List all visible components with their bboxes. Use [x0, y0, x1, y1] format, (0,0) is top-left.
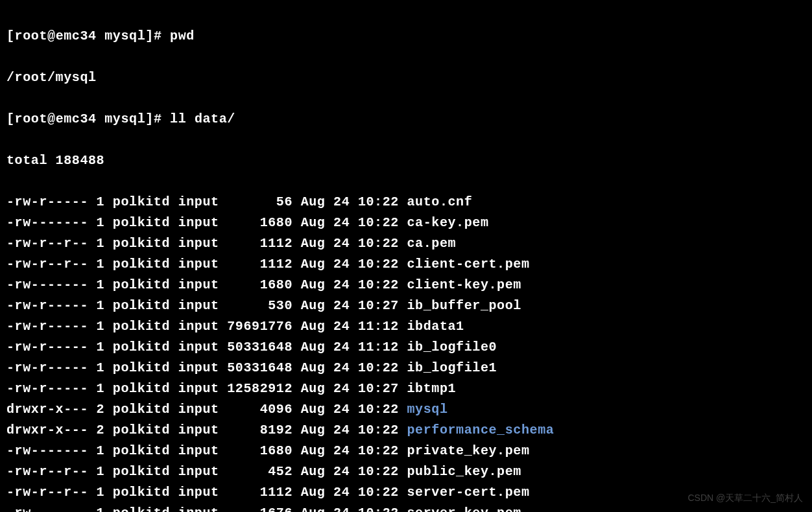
prompt-host: emc34 [56, 29, 97, 43]
file-meta: -rw------- 1 polkitd input 1680 Aug 24 1… [6, 215, 407, 230]
prompt-host: emc34 [56, 111, 97, 126]
file-meta: -rw------- 1 polkitd input 1680 Aug 24 1… [6, 277, 407, 292]
prompt-open: [ [6, 111, 15, 126]
prompt-symbol: # [154, 111, 162, 126]
file-row: -rw------- 1 polkitd input 1680 Aug 24 1… [6, 275, 806, 296]
directory-name: mysql [407, 402, 448, 417]
file-meta: -rw------- 1 polkitd input 1676 Aug 24 1… [6, 506, 407, 512]
file-row: -rw-r----- 1 polkitd input 12582912 Aug … [6, 378, 806, 399]
file-meta: -rw-r----- 1 polkitd input 50331648 Aug … [6, 340, 407, 355]
file-name: auto.cnf [407, 194, 473, 209]
file-row: drwxr-x--- 2 polkitd input 4096 Aug 24 1… [6, 399, 806, 420]
file-row: -rw------- 1 polkitd input 1680 Aug 24 1… [6, 213, 806, 233]
prompt-cwd: mysql [104, 29, 145, 43]
file-row: -rw-r--r-- 1 polkitd input 1112 Aug 24 1… [6, 482, 806, 503]
file-name: ca.pem [407, 236, 457, 251]
prompt-user: root [15, 111, 47, 126]
directory-name: performance_schema [407, 423, 555, 437]
file-row: -rw-r--r-- 1 polkitd input 452 Aug 24 10… [6, 461, 806, 482]
file-row: -rw-r----- 1 polkitd input 530 Aug 24 10… [6, 296, 806, 316]
file-name: client-cert.pem [407, 257, 530, 272]
file-row: -rw-r--r-- 1 polkitd input 1112 Aug 24 1… [6, 233, 806, 254]
file-name: private_key.pem [407, 443, 530, 458]
file-name: ca-key.pem [407, 215, 489, 230]
terminal-output[interactable]: [root@emc34 mysql]# pwd /root/mysql [roo… [0, 0, 812, 512]
prompt-cwd: mysql [104, 111, 145, 126]
file-meta: -rw------- 1 polkitd input 1680 Aug 24 1… [6, 443, 407, 458]
file-row: -rw------- 1 polkitd input 1680 Aug 24 1… [6, 441, 806, 461]
prompt-symbol: # [154, 29, 162, 43]
file-meta: -rw-r----- 1 polkitd input 56 Aug 24 10:… [6, 194, 407, 209]
total-line: total 188488 [6, 150, 806, 171]
at-symbol: @ [47, 111, 56, 126]
file-row: -rw-r--r-- 1 polkitd input 1112 Aug 24 1… [6, 254, 806, 275]
file-meta: drwxr-x--- 2 polkitd input 8192 Aug 24 1… [6, 423, 407, 437]
file-row: drwxr-x--- 2 polkitd input 8192 Aug 24 1… [6, 420, 806, 441]
file-name: public_key.pem [407, 464, 521, 479]
file-row: -rw-r----- 1 polkitd input 79691776 Aug … [6, 316, 806, 337]
file-meta: -rw-r--r-- 1 polkitd input 1112 Aug 24 1… [6, 257, 407, 272]
file-name: ib_logfile1 [407, 360, 497, 375]
file-name: server-key.pem [407, 506, 521, 512]
file-listing: -rw-r----- 1 polkitd input 56 Aug 24 10:… [6, 192, 806, 512]
file-row: -rw-r----- 1 polkitd input 50331648 Aug … [6, 337, 806, 358]
file-name: ibdata1 [407, 319, 464, 334]
file-name: server-cert.pem [407, 485, 530, 500]
file-name: ib_buffer_pool [407, 298, 521, 313]
file-meta: -rw-r----- 1 polkitd input 530 Aug 24 10… [6, 298, 407, 313]
file-meta: -rw-r--r-- 1 polkitd input 452 Aug 24 10… [6, 464, 407, 479]
prompt-user: root [15, 29, 47, 43]
command-ll: ll data/ [170, 111, 235, 126]
watermark: CSDN @天草二十六_简村人 [687, 487, 803, 508]
file-name: ib_logfile0 [407, 340, 497, 355]
prompt-line-ll: [root@emc34 mysql]# ll data/ [6, 109, 806, 130]
file-name: ibtmp1 [407, 381, 457, 396]
prompt-close: ] [145, 29, 154, 43]
prompt-open: [ [6, 29, 15, 43]
prompt-close: ] [145, 111, 154, 126]
file-meta: -rw-r--r-- 1 polkitd input 1112 Aug 24 1… [6, 485, 407, 500]
file-meta: -rw-r----- 1 polkitd input 79691776 Aug … [6, 319, 407, 334]
file-row: -rw-r----- 1 polkitd input 50331648 Aug … [6, 358, 806, 378]
file-row: -rw-r----- 1 polkitd input 56 Aug 24 10:… [6, 192, 806, 213]
file-meta: -rw-r----- 1 polkitd input 12582912 Aug … [6, 381, 407, 396]
command-pwd: pwd [170, 29, 195, 43]
prompt-line-pwd: [root@emc34 mysql]# pwd [6, 26, 806, 47]
file-meta: -rw-r--r-- 1 polkitd input 1112 Aug 24 1… [6, 236, 407, 251]
file-row: -rw------- 1 polkitd input 1676 Aug 24 1… [6, 503, 806, 512]
file-name: client-key.pem [407, 277, 521, 292]
at-symbol: @ [47, 29, 56, 43]
pwd-output: /root/mysql [6, 67, 806, 88]
file-meta: -rw-r----- 1 polkitd input 50331648 Aug … [6, 360, 407, 375]
file-meta: drwxr-x--- 2 polkitd input 4096 Aug 24 1… [6, 402, 407, 417]
